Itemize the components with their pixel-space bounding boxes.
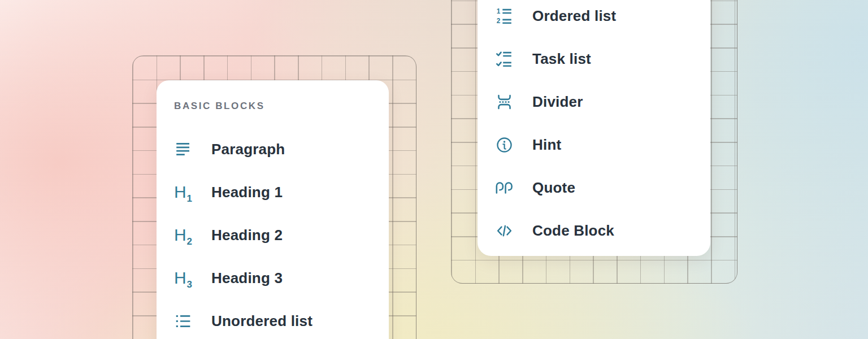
menu-item-divider[interactable]: Divider — [478, 92, 710, 111]
heading-icon-level: 2 — [187, 236, 192, 247]
heading-icon-letter: H — [174, 182, 186, 201]
menu-item-label: Paragraph — [211, 141, 285, 158]
heading-icon-letter: H — [174, 268, 186, 287]
menu-item-code-block[interactable]: Code Block — [478, 221, 710, 240]
task-list-icon — [494, 49, 514, 68]
quote-icon — [494, 178, 514, 197]
code-block-icon — [494, 221, 514, 240]
menu-item-label: Hint — [532, 136, 561, 154]
heading-2-icon: H2 — [173, 225, 193, 245]
basic-blocks-menu: BASIC BLOCKS Paragraph H1 Heading 1 H2 H… — [157, 80, 389, 339]
menu-item-label: Divider — [532, 93, 583, 111]
heading-3-icon: H3 — [173, 268, 193, 288]
menu-item-heading-2[interactable]: H2 Heading 2 — [157, 225, 389, 245]
heading-icon-level: 1 — [187, 193, 192, 204]
section-label: BASIC BLOCKS — [174, 101, 265, 112]
ordered-list-icon: 1 2 — [494, 6, 514, 25]
ordered-list-number-1: 1 — [496, 7, 500, 15]
menu-item-heading-3[interactable]: H3 Heading 3 — [157, 268, 389, 288]
menu-item-label: Task list — [532, 50, 591, 68]
ordered-list-number-2: 2 — [496, 17, 500, 25]
menu-item-label: Heading 2 — [211, 227, 283, 244]
menu-item-label: Code Block — [532, 222, 614, 240]
menu-item-label: Quote — [532, 179, 575, 197]
menu-item-quote[interactable]: Quote — [478, 178, 710, 197]
hero-background: BASIC BLOCKS Paragraph H1 Heading 1 H2 H… — [0, 0, 868, 339]
heading-icon-letter: H — [174, 225, 186, 244]
paragraph-icon — [173, 140, 193, 159]
divider-icon — [494, 92, 514, 111]
menu-item-task-list[interactable]: Task list — [478, 49, 710, 68]
unordered-list-icon — [173, 311, 193, 331]
hint-icon — [494, 135, 514, 154]
menu-item-label: Ordered list — [532, 7, 616, 25]
menu-item-paragraph[interactable]: Paragraph — [157, 140, 389, 159]
heading-1-icon: H1 — [173, 182, 193, 202]
menu-item-label: Heading 1 — [211, 184, 283, 201]
blocks-menu-continued: 1 2 Ordered list Task list — [478, 0, 710, 256]
heading-icon-level: 3 — [187, 279, 192, 290]
menu-item-ordered-list[interactable]: 1 2 Ordered list — [478, 6, 710, 25]
menu-item-unordered-list[interactable]: Unordered list — [157, 311, 389, 331]
menu-item-heading-1[interactable]: H1 Heading 1 — [157, 182, 389, 202]
menu-item-label: Heading 3 — [211, 270, 283, 287]
menu-item-label: Unordered list — [211, 312, 313, 330]
menu-item-hint[interactable]: Hint — [478, 135, 710, 154]
